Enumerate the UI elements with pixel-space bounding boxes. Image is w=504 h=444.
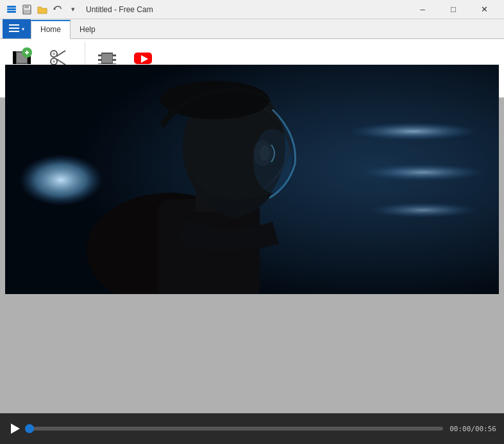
svg-rect-5 <box>24 10 30 13</box>
progress-track[interactable] <box>29 427 443 431</box>
title-text: Untitled - Free Cam <box>86 5 153 14</box>
minimize-button[interactable]: – <box>408 0 437 19</box>
svg-rect-35 <box>362 164 484 181</box>
svg-rect-2 <box>7 11 16 13</box>
svg-point-43 <box>160 81 269 119</box>
svg-rect-0 <box>7 6 16 8</box>
video-area <box>5 65 499 294</box>
person-figure <box>5 65 499 294</box>
qa-undo-icon[interactable] <box>51 3 64 16</box>
title-bar: ▾ Untitled - Free Cam – □ ✕ <box>0 0 504 19</box>
svg-rect-24 <box>98 53 101 64</box>
svg-line-22 <box>56 59 65 65</box>
playback-bar: 00:00/00:56 <box>0 413 504 444</box>
quick-access-toolbar: ▾ <box>5 3 80 16</box>
ribbon-tabs: ▾ Home Help <box>0 19 504 38</box>
title-bar-controls: – □ ✕ <box>408 0 499 19</box>
svg-rect-11 <box>13 51 16 64</box>
svg-rect-8 <box>9 28 19 29</box>
svg-point-33 <box>19 154 103 206</box>
maximize-button[interactable]: □ <box>439 0 468 19</box>
svg-point-19 <box>53 60 55 63</box>
svg-rect-34 <box>349 122 478 140</box>
svg-rect-9 <box>9 31 19 32</box>
tab-help[interactable]: Help <box>71 19 105 38</box>
progress-thumb[interactable] <box>25 424 34 433</box>
svg-rect-25 <box>113 53 116 64</box>
tab-home[interactable]: Home <box>31 20 71 39</box>
main-content <box>0 98 504 261</box>
qa-dropdown-icon[interactable]: ▾ <box>67 3 80 16</box>
file-btn-arrow: ▾ <box>22 26 24 32</box>
qa-save-icon[interactable] <box>21 3 33 16</box>
ribbon-file-button[interactable]: ▾ <box>3 19 31 38</box>
svg-rect-36 <box>369 202 478 218</box>
time-display: 00:00/00:56 <box>449 425 496 433</box>
play-button[interactable] <box>8 421 23 436</box>
video-scene <box>5 65 499 294</box>
play-icon <box>11 423 20 434</box>
svg-point-44 <box>253 129 292 193</box>
svg-rect-16 <box>26 51 28 54</box>
qa-open-icon[interactable] <box>36 3 49 16</box>
svg-rect-7 <box>9 24 19 26</box>
close-button[interactable]: ✕ <box>469 0 499 19</box>
svg-rect-28 <box>102 54 112 63</box>
title-bar-left: ▾ Untitled - Free Cam <box>5 3 153 16</box>
svg-point-20 <box>53 53 55 55</box>
file-btn-icon <box>9 24 19 34</box>
svg-line-21 <box>56 51 65 56</box>
qa-file-icon[interactable] <box>5 3 18 16</box>
svg-rect-1 <box>7 8 16 10</box>
svg-rect-4 <box>24 5 29 8</box>
